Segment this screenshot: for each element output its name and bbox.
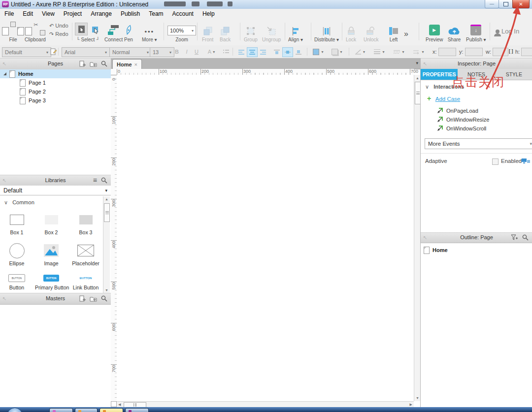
y-input[interactable] (465, 48, 483, 56)
font-family-select[interactable]: Arial ▾ (62, 47, 110, 57)
widget-ellipse[interactable]: Ellipse (0, 243, 33, 266)
library-select[interactable]: Default ▾ (0, 186, 111, 195)
font-size-select[interactable]: 13 ▾ (150, 47, 174, 57)
share-button[interactable]: Share (447, 22, 461, 42)
distribute-button[interactable]: Distribute ▾ (314, 22, 339, 42)
search-icon[interactable] (101, 177, 107, 184)
fill-color-button[interactable]: ▾ (310, 47, 326, 56)
canvas-vscrollbar[interactable]: ▲ ▼ (414, 75, 421, 401)
toolbar-expand-button[interactable]: » (404, 22, 408, 38)
ungroup-button[interactable]: Ungroup (262, 22, 281, 42)
lock-button[interactable]: Lock (346, 22, 356, 42)
library-section-common[interactable]: ∨ Common (4, 199, 34, 206)
taskbar-app-button[interactable] (100, 408, 123, 412)
taskbar-app-button[interactable] (49, 408, 73, 412)
taskbar-app-button[interactable] (75, 408, 98, 412)
widget-link-button[interactable]: BUTTON Link Button (69, 274, 102, 290)
widget-placeholder[interactable]: Placeholder (69, 243, 102, 266)
unlock-button[interactable]: Unlock (364, 22, 379, 42)
edit-style-button[interactable] (49, 47, 58, 56)
tab-close-icon[interactable]: × (134, 62, 137, 67)
zoom-select[interactable]: 100% ▾ (167, 26, 196, 35)
scrollbar-thumb[interactable] (104, 203, 110, 222)
maximize-button[interactable] (499, 0, 513, 8)
select-tools[interactable]: └ Select ┘ (75, 22, 101, 42)
widget-box2[interactable]: Box 2 (35, 212, 67, 235)
pen-tool[interactable]: Pen (124, 22, 133, 42)
select-contain-tool[interactable] (89, 24, 101, 35)
align-text-left-button[interactable] (236, 47, 247, 57)
close-button[interactable]: ✕ (512, 0, 530, 8)
line-width-button[interactable]: ▾ (371, 47, 388, 56)
italic-button[interactable]: I (182, 47, 191, 56)
tab-home[interactable]: Home × (112, 59, 142, 69)
align-text-bottom-button[interactable] (293, 47, 304, 57)
event-onpageload[interactable]: OnPageLoad (437, 107, 478, 114)
page-tree-item-home[interactable]: Home (0, 69, 111, 78)
group-button[interactable]: Group (244, 22, 258, 42)
search-icon[interactable] (101, 295, 107, 302)
menu-project[interactable]: Project (59, 10, 86, 17)
align-button[interactable]: Align ▾ (288, 22, 303, 42)
widget-image[interactable]: Image (35, 243, 67, 266)
canvas-page[interactable] (117, 75, 414, 401)
adaptive-views-icon[interactable] (522, 158, 530, 164)
align-text-top-button[interactable] (271, 47, 282, 57)
login-button[interactable]: Log In (496, 22, 519, 35)
event-onwindowresize[interactable]: OnWindowResize (437, 116, 489, 123)
add-folder-icon[interactable] (90, 295, 97, 302)
clipboard-tools[interactable]: ✂ Clipboard (25, 22, 46, 42)
menu-team[interactable]: Team (144, 10, 167, 17)
menu-arrange[interactable]: Arrange (86, 10, 116, 17)
select-intersect-tool[interactable] (75, 23, 88, 35)
w-input[interactable] (493, 48, 508, 56)
widget-box3[interactable]: Box 3 (69, 212, 102, 235)
menu-view[interactable]: View (37, 10, 59, 17)
page-tree-item[interactable]: Page 2 (0, 87, 111, 96)
widget-box1[interactable]: Box 1 (0, 212, 33, 235)
line-style-button[interactable]: ▾ (391, 47, 407, 56)
shadow-button[interactable]: ▾ (329, 47, 345, 56)
page-tree-item[interactable]: Page 1 (0, 78, 111, 87)
x-input[interactable] (438, 48, 456, 56)
search-icon[interactable] (101, 61, 107, 67)
font-color-button[interactable]: A ▾ (204, 47, 219, 56)
more-tools[interactable]: ••• More ▾ (142, 22, 157, 42)
menu-edit[interactable]: Edit (18, 10, 37, 17)
search-icon[interactable] (522, 234, 529, 241)
tree-expanded-icon[interactable] (3, 72, 6, 75)
taskbar-app-button[interactable] (125, 408, 149, 412)
adaptive-enabled-checkbox[interactable] (492, 158, 499, 165)
tab-list-icon[interactable]: ▾ (416, 61, 418, 65)
start-button[interactable] (7, 408, 23, 412)
file-tools[interactable]: File (2, 22, 24, 42)
bullet-list-button[interactable] (222, 47, 231, 56)
left-align-button[interactable]: Left (389, 22, 399, 42)
add-case-link[interactable]: + Add Case (427, 95, 460, 102)
h-input[interactable] (521, 48, 532, 56)
arrow-style-button[interactable]: ▾ (410, 47, 427, 56)
align-text-center-button[interactable] (247, 47, 258, 57)
undo-button[interactable]: ↶ Undo (49, 23, 68, 29)
menu-account[interactable]: Account (168, 10, 198, 17)
filter-icon[interactable] (511, 234, 518, 241)
align-text-right-button[interactable] (258, 47, 268, 57)
event-onwindowscroll[interactable]: OnWindowScroll (437, 125, 486, 132)
panel-menu-icon[interactable]: ≡ (93, 176, 97, 184)
add-page-icon[interactable] (79, 61, 86, 67)
more-events-select[interactable]: More Events ▾ (425, 138, 532, 149)
font-weight-select[interactable]: Normal ▾ (109, 47, 152, 57)
menu-file[interactable]: File (0, 10, 18, 17)
underline-button[interactable]: U (192, 47, 201, 56)
send-back-button[interactable]: Back (220, 22, 231, 42)
align-text-middle-button[interactable] (282, 47, 293, 57)
menu-help[interactable]: Help (198, 10, 219, 17)
connect-tool[interactable]: Connect (104, 22, 123, 42)
add-folder-icon[interactable] (90, 61, 97, 67)
link-wh-icon[interactable]: [ ] (509, 49, 513, 54)
line-color-button[interactable]: ▾ (352, 47, 368, 56)
libraries-scrollbar[interactable]: ▲ ▼ (103, 196, 110, 293)
style-preset-select[interactable]: Default ▾ (2, 47, 51, 57)
widget-primary-button[interactable]: BUTTON Primary Button (35, 274, 67, 290)
add-page-icon[interactable] (79, 295, 86, 302)
